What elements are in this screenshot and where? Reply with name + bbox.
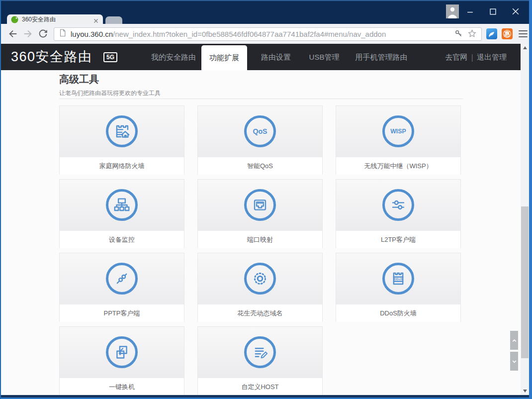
tool-card-label: 智能QoS [198,157,322,175]
reload-button[interactable] [37,28,49,40]
router-logo: 360安全路由 [11,44,92,70]
svg-text:QoS: QoS [253,127,267,135]
page-subtitle: 让老鸟们把路由器玩得更欢的专业工具 [59,90,463,97]
tool-card-icon-area: DDoS [336,253,460,304]
link-nodes-icon [106,263,138,295]
tool-card-icon-area [60,106,184,157]
qos-icon: QoS [244,115,276,147]
tool-card-icon-area [60,180,184,230]
tool-card[interactable]: WISP无线万能中继（WISP） [336,105,461,175]
window-bottom-frame [1,395,529,399]
tool-card-label: DDoS防火墙 [336,304,460,322]
tool-card[interactable]: 花生壳动态域名 [197,253,323,322]
logout-link[interactable]: 退出管理 [477,53,507,61]
scroll-up-button[interactable] [510,331,518,350]
page-content: 高级工具 让老鸟们把路由器玩得更欢的专业工具 家庭网络防火墙QoS智能QoSWI… [1,70,521,395]
doc-edit-icon [244,336,276,368]
dotted-ring-icon [244,263,276,295]
tools-grid: 家庭网络防火墙QoS智能QoSWISP无线万能中继（WISP）设备监控端口映射L… [59,105,463,395]
window-titlebar: 360安全路由 [1,0,529,24]
address-bar[interactable]: luyou.360.cn/new_index.htm?token_id=0fbe… [54,27,482,41]
extension-hui-icon[interactable]: 惠 [502,28,513,39]
switch-copy-icon [106,336,138,368]
wisp-icon: WISP [382,115,414,147]
page-title: 高级工具 [59,73,463,85]
forward-button[interactable] [22,28,34,40]
scrollbar-down-arrow[interactable] [521,387,529,395]
page-document-icon [59,29,67,39]
browser-tab[interactable]: 360安全路由 [7,14,103,25]
sliders-icon [382,189,414,221]
tool-card[interactable]: 家庭网络防火墙 [59,105,184,175]
ddos-tower-icon: DDoS [382,263,414,295]
page-scrollbar[interactable] [521,44,529,395]
nav-item-my-router[interactable]: 我的安全路由 [151,44,196,70]
tool-card[interactable]: PPTP客户端 [59,253,184,322]
tool-card-label: 自定义HOST [198,378,322,395]
tool-card-icon-area [60,253,184,304]
minimize-button[interactable] [461,5,478,18]
scrollbar-thumb[interactable] [521,206,529,358]
tool-card-label: 设备监控 [60,230,184,248]
tool-card-label: 家庭网络防火墙 [60,157,184,175]
favicon-360-icon [11,16,18,23]
bookmark-star-icon[interactable] [468,29,477,38]
tool-card-label: PPTP客户端 [60,304,184,322]
firewall-home-icon [106,115,138,147]
nav-item-addons[interactable]: 功能扩展 [201,45,247,70]
svg-text:WISP: WISP [390,128,406,135]
navbar-links: 去官网｜退出管理 [445,44,507,70]
tool-card-icon-area [198,180,322,230]
divider [59,99,463,99]
saved-password-key-icon[interactable] [454,29,463,38]
device-topology-icon [106,189,138,221]
floating-scroll-buttons [510,331,518,373]
close-button[interactable] [507,5,524,18]
tab-close-icon[interactable] [93,17,99,23]
ethernet-port-icon [244,189,276,221]
tool-card[interactable]: DDoSDDoS防火墙 [336,253,461,322]
scroll-down-button[interactable] [510,352,518,371]
tool-card-label: L2TP客户端 [336,230,460,248]
tool-card-icon-area: WISP [336,106,460,157]
window-controls [455,5,524,18]
tool-card[interactable]: QoS智能QoS [197,105,323,175]
tool-card-icon-area [198,253,322,304]
nav-item-router-settings[interactable]: 路由设置 [260,44,292,70]
tool-card[interactable]: 端口映射 [197,179,323,248]
tool-card-label: 一键换机 [60,378,184,395]
scrollbar-up-arrow[interactable] [521,44,529,52]
tool-card[interactable]: 设备监控 [59,179,184,248]
tool-card[interactable]: L2TP客户端 [336,179,461,248]
logo-5g-badge: 5G [103,52,117,62]
new-tab-button[interactable] [105,16,122,24]
svg-text:DDoS: DDoS [394,277,403,281]
chrome-menu-icon[interactable] [518,29,529,38]
tool-card[interactable]: 自定义HOST [197,326,323,395]
tool-card-icon-area [336,180,460,230]
hui-label: 惠 [503,30,511,38]
extension-bird-icon[interactable] [486,28,497,39]
tool-card-icon-area [198,327,322,378]
nav-item-phone-manage[interactable]: 用手机管理路由 [355,44,408,70]
tool-card-icon-area: QoS [198,106,322,157]
browser-toolbar: luyou.360.cn/new_index.htm?token_id=0fbe… [1,24,529,44]
url-text: luyou.360.cn/new_index.htm?token_id=0fbe… [71,30,450,38]
back-button[interactable] [7,28,19,40]
links-separator: ｜ [468,53,476,61]
tool-card-label: 端口映射 [198,230,322,248]
tool-card[interactable]: 一键换机 [59,326,184,395]
go-official-site-link[interactable]: 去官网 [445,53,467,61]
tab-title: 360安全路由 [22,15,93,24]
tool-card-label: 花生壳动态域名 [198,304,322,322]
tool-card-icon-area [60,327,184,378]
maximize-button[interactable] [484,5,501,18]
browser-window: 360安全路由 [0,0,532,399]
router-navbar: 360安全路由 5G 我的安全路由 功能扩展 路由设置 USB管理 用手机管理路… [1,44,521,70]
tool-card-label: 无线万能中继（WISP） [336,157,460,175]
nav-item-usb[interactable]: USB管理 [308,44,341,70]
